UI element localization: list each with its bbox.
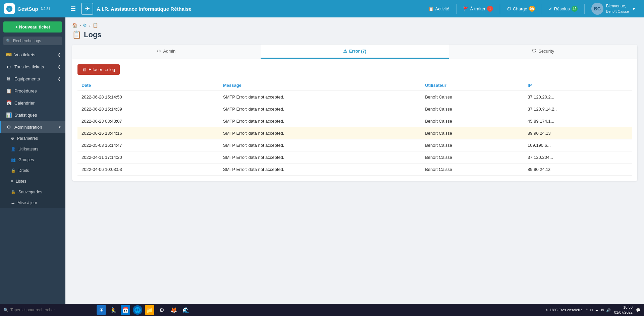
cell-user: Benoît Caisse — [421, 103, 524, 115]
table-row: 2022-06-16 13:44:16 SMTP Error: data not… — [77, 127, 632, 139]
a-traiter-badge: 1 — [487, 6, 493, 12]
a-traiter-icon: 🚩 — [463, 6, 469, 11]
listes-icon: ≡ — [11, 179, 13, 184]
cell-date: 2022-06-28 15:14:50 — [77, 91, 219, 103]
col-utilisateur: Utilisateur — [421, 80, 524, 91]
sidebar-sub-item-droits[interactable]: 🔒 Droits — [0, 165, 65, 176]
breadcrumb-logs[interactable]: 📋 — [93, 23, 98, 28]
sidebar-item-label-administration: Administration — [14, 125, 42, 130]
sidebar-sub-label-groupes: Groupes — [18, 157, 34, 162]
divider-4 — [584, 4, 585, 14]
sidebar-item-calendrier[interactable]: 📅 Calendrier — [0, 97, 65, 109]
tous-les-tickets-icon: 🎟 — [6, 64, 12, 69]
brand-name: GestSup — [17, 6, 38, 12]
sidebar-sub-item-sauvegardes[interactable]: 🔒 Sauvegardes — [0, 187, 65, 197]
sidebar-item-vos-tickets[interactable]: 🎫 Vos tickets ❮ — [0, 49, 65, 61]
page-title: 📋 Logs — [72, 30, 637, 39]
sidebar-item-equipements[interactable]: 🖥 Équipements ❮ — [0, 73, 65, 85]
vos-tickets-chevron-icon: ❮ — [58, 53, 61, 57]
activite-icon: 📋 — [428, 6, 434, 11]
sidebar-item-administration[interactable]: ⚙ Administration ▾ — [0, 121, 65, 133]
administration-icon: ⚙ — [6, 124, 12, 130]
user-menu[interactable]: BC Bienvenue, Benoît Caisse ▼ — [587, 1, 640, 17]
resolus-icon: ✔ — [549, 6, 552, 11]
tous-tickets-chevron-icon: ❮ — [58, 65, 61, 69]
equipements-icon: 🖥 — [6, 76, 12, 81]
sidebar-sub-item-listes[interactable]: ≡ Listes — [0, 176, 65, 187]
breadcrumb-sep-1: › — [79, 23, 81, 28]
cell-user: Benoît Caisse — [421, 127, 524, 139]
table-row: 2022-06-28 15:14:39 SMTP Error: data not… — [77, 103, 632, 115]
col-date: Date — [77, 80, 219, 91]
sidebar-item-label-tous-tickets: Tous les tickets — [14, 64, 44, 69]
sidebar-sub-label-parametres: Paramètres — [17, 136, 38, 141]
sidebar-sub-item-mise-a-jour[interactable]: ☁ Mise à jour — [0, 197, 65, 208]
clear-log-button[interactable]: 🗑 Effacer ce log — [77, 64, 120, 75]
sidebar-item-label-vos-tickets: Vos tickets — [14, 52, 35, 57]
logs-card: ⚙ Admin ⚠ Error (7) 🛡 Security 🗑 Effacer… — [72, 45, 637, 181]
brand-version: 3.2.21 — [41, 7, 50, 11]
tab-admin-label: Admin — [163, 49, 175, 54]
resolus-label: Résolus — [554, 6, 570, 11]
cell-ip: 89.90.24.1z — [524, 164, 632, 176]
table-row: 2022-06-23 08:43:07 SMTP Error: data not… — [77, 115, 632, 127]
clear-log-label: Effacer ce log — [89, 67, 115, 72]
main-content: 🏠 › ⚙ › 📋 📋 Logs ⚙ Admin ⚠ Error (7) 🛡 S… — [65, 17, 644, 304]
tab-error[interactable]: ⚠ Error (7) — [261, 45, 449, 59]
cell-ip: 45.89.174.1... — [524, 115, 632, 127]
user-name: Benoît Caisse — [606, 9, 629, 14]
cell-message: SMTP Error: data not accepted. — [219, 164, 421, 176]
brand-logo: G — [4, 3, 15, 14]
breadcrumb-admin[interactable]: ⚙ — [83, 23, 87, 28]
charge-badge: 0h — [529, 6, 535, 12]
sidebar-item-statistiques[interactable]: 📊 Statistiques — [0, 109, 65, 121]
menu-toggle[interactable]: ☰ — [68, 4, 78, 14]
cell-message: SMTP Error: data not accepted. — [219, 115, 421, 127]
tab-admin[interactable]: ⚙ Admin — [72, 45, 261, 59]
logs-table: Date Message Utilisateur IP 2022-06-28 1… — [77, 80, 632, 176]
table-row: 2022-04-06 10:03:53 SMTP Error: data not… — [77, 164, 632, 176]
cell-message: SMTP Error: data not accepted. — [219, 103, 421, 115]
new-ticket-button[interactable]: + Nouveau ticket — [3, 21, 62, 33]
sidebar-item-procedures[interactable]: 📋 Procédures — [0, 85, 65, 97]
tab-security-icon: 🛡 — [532, 49, 536, 54]
avatar: BC — [591, 3, 603, 15]
cell-user: Benoît Caisse — [421, 115, 524, 127]
sidebar-sub-label-mise-a-jour: Mise à jour — [17, 200, 37, 205]
cell-date: 2022-06-23 08:43:07 — [77, 115, 219, 127]
cell-user: Benoît Caisse — [421, 151, 524, 164]
breadcrumb-sep-2: › — [89, 23, 90, 28]
charge-button[interactable]: ⏱ Charge 0h — [503, 4, 539, 14]
utilisateurs-icon: 👤 — [11, 147, 16, 151]
sidebar-sub-item-parametres[interactable]: ⚙ Paramètres — [0, 133, 65, 144]
cell-user: Benoît Caisse — [421, 164, 524, 176]
charge-icon: ⏱ — [507, 6, 511, 11]
sidebar-item-tous-les-tickets[interactable]: 🎟 Tous les tickets ❮ — [0, 61, 65, 73]
table-body: 2022-06-28 15:14:50 SMTP Error: data not… — [77, 91, 632, 176]
sidebar-sub-item-utilisateurs[interactable]: 👤 Utilisateurs — [0, 144, 65, 154]
table-row: 2022-06-28 15:14:50 SMTP Error: data not… — [77, 91, 632, 103]
page-title-text: Logs — [84, 30, 102, 39]
sidebar-sub-label-sauvegardes: Sauvegardes — [18, 190, 42, 194]
charge-label: Charge — [513, 6, 527, 11]
vos-tickets-icon: 🎫 — [6, 52, 12, 57]
search-box[interactable]: 🔍 Recherche logs — [3, 37, 62, 45]
activite-button[interactable]: 📋 Activité — [424, 4, 453, 13]
clear-log-icon: 🗑 — [82, 67, 87, 72]
breadcrumb-home[interactable]: 🏠 — [72, 23, 77, 28]
sidebar-sub-item-groupes[interactable]: 👥 Groupes — [0, 154, 65, 165]
tab-security[interactable]: 🛡 Security — [449, 45, 637, 59]
tab-security-label: Security — [538, 49, 554, 54]
cell-ip: 37.120.20.2... — [524, 91, 632, 103]
page-title-icon: 📋 — [72, 30, 81, 39]
cell-user: Benoît Caisse — [421, 139, 524, 151]
cell-date: 2022-04-11 17:14:20 — [77, 151, 219, 164]
brand: G GestSup 3.2.21 — [4, 3, 68, 14]
resolus-button[interactable]: ✔ Résolus 42 — [545, 4, 582, 14]
tab-admin-icon: ⚙ — [157, 49, 161, 54]
cell-ip: 37.120.204... — [524, 151, 632, 164]
table-row: 2022-05-03 16:14:47 SMTP Error: data not… — [77, 139, 632, 151]
svg-text:G: G — [8, 7, 11, 11]
table-header: Date Message Utilisateur IP — [77, 80, 632, 91]
a-traiter-button[interactable]: 🚩 À traiter 1 — [459, 4, 497, 14]
